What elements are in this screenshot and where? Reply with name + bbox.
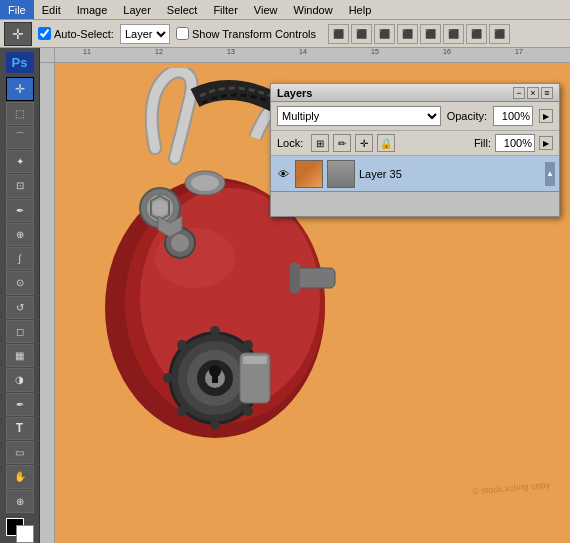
- layer-thumb-inner: [296, 161, 322, 187]
- svg-point-9: [171, 234, 189, 252]
- auto-select-type[interactable]: Layer: [120, 24, 170, 44]
- menu-filter[interactable]: Filter: [205, 0, 245, 19]
- lock-grid-btn[interactable]: ⊞: [311, 134, 329, 152]
- panel-options-btn[interactable]: ≡: [541, 87, 553, 99]
- show-transform-label: Show Transform Controls: [192, 28, 316, 40]
- menu-edit[interactable]: Edit: [34, 0, 69, 19]
- menu-image[interactable]: Image: [69, 0, 116, 19]
- history-brush-tool[interactable]: ↺: [6, 296, 34, 319]
- lasso-tool[interactable]: ⌒: [6, 126, 34, 149]
- svg-point-15: [210, 326, 220, 336]
- ruler-h-17: 17: [515, 48, 523, 55]
- gradient-tool[interactable]: ▦: [6, 344, 34, 367]
- ruler-h-11: 11: [83, 48, 91, 55]
- svg-point-16: [210, 420, 220, 430]
- hand-tool[interactable]: ✋: [6, 465, 34, 488]
- menu-select[interactable]: Select: [159, 0, 206, 19]
- crop-tool[interactable]: ⊡: [6, 174, 34, 197]
- align-bottom-btn[interactable]: ⬛: [374, 24, 395, 44]
- eyedropper-tool[interactable]: ✒: [6, 199, 34, 222]
- distribute-v-btn[interactable]: ⬛: [489, 24, 510, 44]
- shape-tool[interactable]: ▭: [6, 441, 34, 464]
- menu-layer[interactable]: Layer: [115, 0, 159, 19]
- dodge-tool[interactable]: ◑: [6, 368, 34, 391]
- opacity-expand-btn[interactable]: ▶: [539, 109, 553, 123]
- svg-rect-24: [212, 371, 218, 383]
- blend-mode-select[interactable]: Multiply: [277, 106, 441, 126]
- panel-close-btn[interactable]: −: [513, 87, 525, 99]
- lock-all-btn[interactable]: 🔒: [377, 134, 395, 152]
- zoom-tool[interactable]: ⊕: [6, 490, 34, 513]
- move-tool[interactable]: ✛: [6, 77, 34, 100]
- ruler-h-16: 16: [443, 48, 451, 55]
- svg-point-21: [177, 406, 187, 416]
- show-transform-check: Show Transform Controls: [176, 27, 316, 40]
- svg-point-22: [243, 406, 253, 416]
- menubar: File Edit Image Layer Select Filter View…: [0, 0, 570, 20]
- type-tool[interactable]: T: [6, 417, 34, 440]
- magic-wand-tool[interactable]: ✦: [6, 150, 34, 173]
- layers-panel-title: Layers: [277, 87, 312, 99]
- menu-help[interactable]: Help: [341, 0, 380, 19]
- color-swatches[interactable]: [6, 518, 34, 543]
- opacity-label: Opacity:: [447, 110, 487, 122]
- layer-thumbnail: [295, 160, 323, 188]
- lock-label: Lock:: [277, 137, 303, 149]
- toolbar: Ps ✛ ⬚ ⌒ ✦ ⊡ ✒ ⊕ ∫ ⊙ ↺ ◻ ▦ ◑ ✒ T ▭ ✋ ⊕: [0, 48, 40, 543]
- ruler-horizontal: 11 12 13 14 15 16 17: [55, 48, 570, 63]
- layers-titlebar[interactable]: Layers − × ≡: [271, 84, 559, 102]
- layer-mask-thumbnail: [327, 160, 355, 188]
- menu-view[interactable]: View: [246, 0, 286, 19]
- align-left-btn[interactable]: ⬛: [397, 24, 418, 44]
- layers-lock-row: Lock: ⊞ ✏ ✛ 🔒 Fill: ▶: [271, 131, 559, 156]
- lock-move-btn[interactable]: ✛: [355, 134, 373, 152]
- align-center-btn[interactable]: ⬛: [420, 24, 441, 44]
- svg-point-31: [191, 175, 219, 191]
- ruler-corner: [40, 48, 55, 63]
- eraser-tool[interactable]: ◻: [6, 320, 34, 343]
- layer-visibility-eye[interactable]: 👁: [275, 166, 291, 182]
- watermark-text: © stock.xchng copy: [472, 480, 551, 497]
- svg-rect-26: [243, 356, 267, 364]
- ruler-h-12: 12: [155, 48, 163, 55]
- panel-title-icons: − × ≡: [513, 87, 553, 99]
- pen-tool[interactable]: ✒: [6, 393, 34, 416]
- fill-expand-btn[interactable]: ▶: [539, 136, 553, 150]
- layer-scroll-arrow[interactable]: ▲: [545, 162, 555, 186]
- svg-rect-28: [290, 263, 300, 293]
- ruler-h-14: 14: [299, 48, 307, 55]
- lock-paint-btn[interactable]: ✏: [333, 134, 351, 152]
- menu-window[interactable]: Window: [286, 0, 341, 19]
- healing-tool[interactable]: ⊕: [6, 223, 34, 246]
- auto-select-check: Auto-Select:: [38, 27, 114, 40]
- main-area: Ps ✛ ⬚ ⌒ ✦ ⊡ ✒ ⊕ ∫ ⊙ ↺ ◻ ▦ ◑ ✒ T ▭ ✋ ⊕ 1…: [0, 48, 570, 543]
- fill-label: Fill:: [474, 137, 491, 149]
- panel-minimize-btn[interactable]: ×: [527, 87, 539, 99]
- distribute-h-btn[interactable]: ⬛: [466, 24, 487, 44]
- layer-row[interactable]: 👁 Layer 35 ▲: [271, 156, 559, 192]
- options-bar: ✛ Auto-Select: Layer Show Transform Cont…: [0, 20, 570, 48]
- move-tool-option[interactable]: ✛: [4, 22, 32, 46]
- opacity-input[interactable]: [493, 106, 533, 126]
- canvas-area: 11 12 13 14 15 16 17: [40, 48, 570, 543]
- marquee-tool[interactable]: ⬚: [6, 102, 34, 125]
- alignment-buttons: ⬛ ⬛ ⬛ ⬛ ⬛ ⬛ ⬛ ⬛: [328, 24, 510, 44]
- fill-input[interactable]: [495, 134, 535, 152]
- ruler-vertical: [40, 63, 55, 543]
- align-right-btn[interactable]: ⬛: [443, 24, 464, 44]
- svg-point-6: [152, 200, 168, 216]
- ruler-h-13: 13: [227, 48, 235, 55]
- svg-point-17: [163, 373, 173, 383]
- svg-point-20: [243, 340, 253, 350]
- menu-file[interactable]: File: [0, 0, 34, 19]
- align-top-btn[interactable]: ⬛: [328, 24, 349, 44]
- artwork-canvas[interactable]: © stock.xchng copy Layers − × ≡ Multipl: [55, 63, 570, 543]
- layers-list: 👁 Layer 35 ▲: [271, 156, 559, 216]
- auto-select-checkbox[interactable]: [38, 27, 51, 40]
- align-vert-btn[interactable]: ⬛: [351, 24, 372, 44]
- show-transform-checkbox[interactable]: [176, 27, 189, 40]
- brush-tool[interactable]: ∫: [6, 247, 34, 270]
- layer-name: Layer 35: [359, 168, 541, 180]
- ps-logo: Ps: [6, 52, 34, 73]
- clone-tool[interactable]: ⊙: [6, 271, 34, 294]
